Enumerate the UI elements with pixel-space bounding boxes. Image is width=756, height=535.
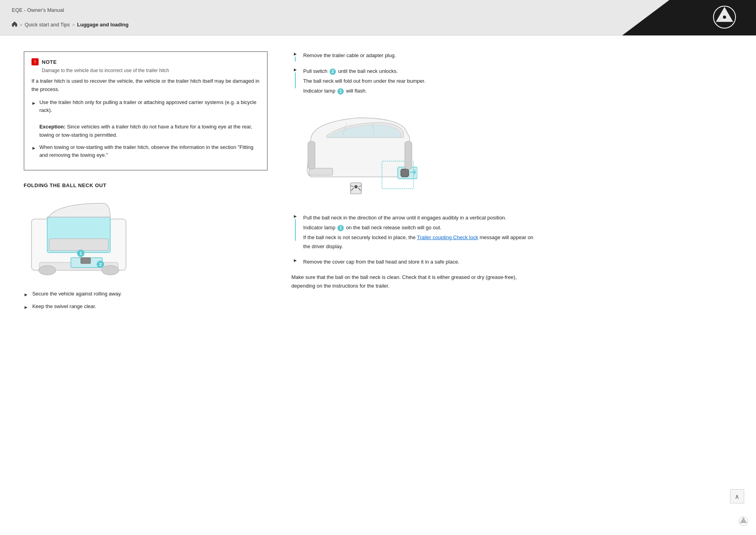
right-item-1: ► Remove the trailer cable or adapter pl… <box>291 51 536 61</box>
right-bullet-col-4: ► <box>291 258 299 263</box>
note-list-text-2: When towing or tow-starting with the tra… <box>39 143 260 160</box>
main-list-item-2: ► Keep the swivel range clear. <box>24 303 268 311</box>
right-text-2-p2: The ball neck will fold out from under t… <box>303 77 536 85</box>
footer-logo-watermark <box>739 516 748 527</box>
left-column: ! NOTE Damage to the vehicle due to inco… <box>24 51 268 511</box>
badge-1a: 1 <box>337 88 344 95</box>
right-bullet-col-2: ► <box>291 67 299 88</box>
scroll-to-top-button[interactable]: ∧ <box>730 489 744 503</box>
right-text-3-p2: Indicator lamp 1 on the ball neck releas… <box>303 223 536 232</box>
note-box: ! NOTE Damage to the vehicle due to inco… <box>24 51 268 171</box>
main-bullet-1: ► <box>24 291 28 299</box>
svg-rect-27 <box>405 141 412 169</box>
right-bullet-arrow-4: ► <box>293 258 298 263</box>
svg-point-21 <box>354 185 358 188</box>
note-list: ► Use the trailer hitch only for pulling… <box>32 98 260 160</box>
right-text-2: Pull switch 2 until the ball neck unlock… <box>303 67 536 97</box>
right-bullet-arrow-1: ► <box>293 51 298 57</box>
right-text-1: Remove the trailer cable or adapter plug… <box>303 51 536 61</box>
right-bullet-col-3: ► <box>291 214 299 241</box>
note-header: ! NOTE <box>32 58 260 65</box>
car-image-left: 1 2 <box>24 195 134 282</box>
breadcrumb-current: Luggage and loading <box>77 22 129 28</box>
car-diagram-right-container <box>303 102 536 206</box>
right-bullet-col-1: ► <box>291 51 299 61</box>
note-icon: ! <box>32 58 39 65</box>
right-text-4-p1: Remove the cover cap from the ball head … <box>303 258 536 266</box>
svg-rect-18 <box>401 169 409 177</box>
section-heading: FOLDING THE BALL NECK OUT <box>24 182 268 188</box>
main-bullet-2: ► <box>24 304 28 311</box>
main-bullet-list: ► Secure the vehicle against rolling awa… <box>24 290 268 311</box>
note-list-item-2: ► When towing or tow-starting with the t… <box>32 143 260 160</box>
right-column: ► Remove the trailer cable or adapter pl… <box>291 51 536 511</box>
breadcrumb: > Quick start and Tips > Luggage and loa… <box>12 21 128 28</box>
right-text-3: Pull the ball neck in the direction of t… <box>303 214 536 252</box>
right-item-3: ► Pull the ball neck in the direction of… <box>291 214 536 252</box>
footer-note: Make sure that the ball on the ball neck… <box>291 273 536 290</box>
bullet-arrow-1: ► <box>32 100 36 107</box>
trailer-coupling-link[interactable]: Trailer coupling Check lock <box>417 234 478 240</box>
svg-rect-16 <box>309 168 333 175</box>
right-text-2-p3: Indicator lamp 1 will flash. <box>303 87 536 95</box>
mercedes-logo <box>713 5 736 30</box>
right-text-3-p3: If the ball neck is not securely locked … <box>303 233 536 251</box>
home-icon[interactable] <box>12 21 17 28</box>
svg-text:1: 1 <box>80 251 82 256</box>
main-list-item-1: ► Secure the vehicle against rolling awa… <box>24 290 268 299</box>
svg-point-12 <box>39 266 56 275</box>
badge-2: 2 <box>330 69 336 75</box>
note-title: NOTE <box>42 59 57 65</box>
header: EQE - Owner's Manual > Quick start and T… <box>0 0 756 35</box>
right-text-2-p1: Pull switch 2 until the ball neck unlock… <box>303 67 536 76</box>
right-bullet-arrow-3: ► <box>293 214 298 219</box>
right-text-3-p1: Pull the ball neck in the direction of t… <box>303 214 536 222</box>
app-title: EQE - Owner's Manual <box>12 7 64 13</box>
note-subtitle: Damage to the vehicle due to incorrect u… <box>42 68 260 73</box>
right-text-1-p1: Remove the trailer cable or adapter plug… <box>303 51 536 60</box>
main-list-text-1: Secure the vehicle against rolling away. <box>32 290 122 298</box>
main-content: ! NOTE Damage to the vehicle due to inco… <box>0 35 756 535</box>
main-list-text-2: Keep the swivel range clear. <box>32 303 96 311</box>
right-bullet-arrow-2: ► <box>293 67 298 72</box>
svg-rect-4 <box>49 239 108 251</box>
breadcrumb-item1[interactable]: Quick start and Tips <box>24 22 70 28</box>
note-list-item-1: ► Use the trailer hitch only for pulling… <box>32 98 260 139</box>
note-list-text-1: Use the trailer hitch only for pulling a… <box>39 98 260 139</box>
svg-rect-26 <box>308 141 315 169</box>
svg-point-1 <box>723 15 726 19</box>
note-body: If a trailer hitch is used to recover th… <box>32 77 260 94</box>
svg-text:2: 2 <box>99 262 102 267</box>
breadcrumb-sep1: > <box>20 22 22 27</box>
bullet-arrow-2: ► <box>32 145 36 152</box>
right-item-2: ► Pull switch 2 until the ball neck unlo… <box>291 67 536 97</box>
svg-rect-11 <box>81 258 91 264</box>
breadcrumb-sep2: > <box>72 22 74 27</box>
right-text-4: Remove the cover cap from the ball head … <box>303 258 536 268</box>
exception-label: Exception: <box>39 124 65 130</box>
badge-1b: 1 <box>337 225 344 231</box>
right-item-4: ► Remove the cover cap from the ball hea… <box>291 258 536 268</box>
svg-point-13 <box>102 266 119 275</box>
